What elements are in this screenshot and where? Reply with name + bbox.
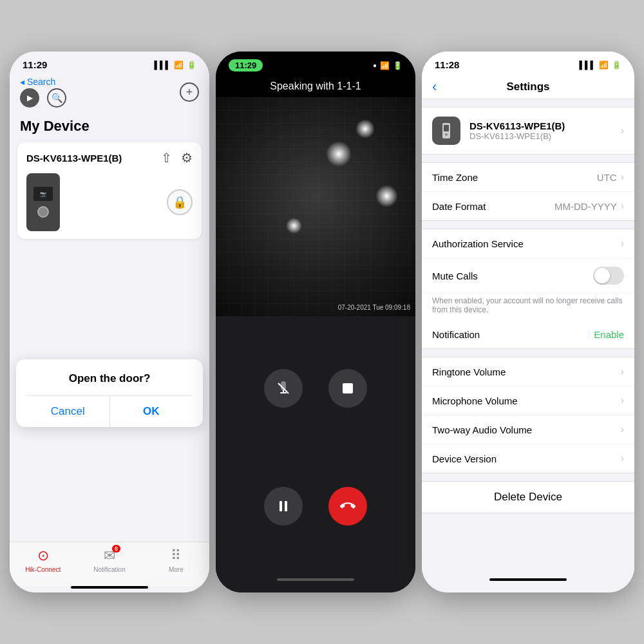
- nav-icons-left: ▶ 🔍: [20, 88, 66, 108]
- top-controls-row: [264, 369, 367, 408]
- settings-title: Settings: [506, 80, 549, 93]
- auth-service-label: Authorization Service: [432, 238, 524, 249]
- svg-rect-3: [279, 501, 282, 511]
- notification-label: Notification: [93, 566, 125, 573]
- mute-mic-button[interactable]: [264, 369, 303, 408]
- search-icon[interactable]: 🔍: [47, 88, 66, 108]
- device-info-model: DS-KV6113-WPE1(B): [469, 131, 621, 141]
- middle-signal-icon: ●: [373, 62, 377, 69]
- settings-section-1: Time Zone UTC › Date Format MM-DD-YYYY ›: [422, 162, 634, 221]
- notification-row[interactable]: Notification Enable: [422, 321, 634, 348]
- device-card-icons: ⇧ ⚙: [161, 150, 193, 166]
- notification-count: 8: [112, 545, 120, 553]
- device-icon: [432, 117, 460, 145]
- back-search[interactable]: ◂ Search: [20, 77, 66, 87]
- device-info-name: DS-KV6113-WPE1(B): [469, 120, 621, 131]
- back-button[interactable]: ‹: [432, 79, 437, 95]
- device-thumbnail[interactable]: 📷: [26, 173, 60, 231]
- device-card: DS-KV6113-WPE1(B) ⇧ ⚙ 📷 🔒: [17, 142, 202, 239]
- timestamp: 07-20-2021 Tue 09:09:18: [338, 304, 410, 311]
- middle-time: 11:29: [229, 59, 263, 71]
- two-way-audio-row[interactable]: Two-way Audio Volume ›: [422, 415, 634, 444]
- more-label: More: [169, 566, 184, 573]
- middle-wifi-icon: 📶: [380, 61, 390, 70]
- hold-icon: [276, 498, 291, 514]
- mute-calls-label: Mute Calls: [432, 270, 478, 281]
- end-call-button[interactable]: [328, 487, 367, 526]
- middle-home-indicator: [277, 578, 354, 581]
- lock-icon[interactable]: 🔒: [167, 189, 193, 215]
- device-info-card[interactable]: DS-KV6113-WPE1(B) DS-KV6113-WPE1(B) ›: [422, 107, 634, 155]
- device-version-chevron: ›: [621, 453, 624, 464]
- hold-button[interactable]: [264, 487, 303, 526]
- time-zone-chevron: ›: [621, 171, 624, 183]
- middle-status-bar: 11:29 ● 📶 🔋: [216, 52, 415, 75]
- fisheye-background: 07-20-2021 Tue 09:09:18: [216, 97, 415, 316]
- share-icon[interactable]: ⇧: [161, 150, 172, 166]
- mic-muted-icon: [276, 381, 291, 396]
- home-indicator: [71, 586, 148, 589]
- tab-bar: ⊙ Hik-Connect ✉ 8 Notification ⠿ More: [10, 542, 209, 586]
- ringtone-chevron: ›: [621, 366, 624, 377]
- settings-section-2: Authorization Service › Mute Calls When …: [422, 229, 634, 349]
- add-button[interactable]: +: [180, 82, 199, 102]
- middle-screen-content: Speaking with 1-1-1: [216, 75, 415, 592]
- right-status-icons: ▌▌▌ 📶 🔋: [579, 61, 621, 70]
- time-zone-row[interactable]: Time Zone UTC ›: [422, 163, 634, 192]
- auth-service-chevron: ›: [621, 238, 624, 249]
- cancel-button[interactable]: Cancel: [26, 396, 109, 427]
- left-time: 11:29: [23, 59, 47, 70]
- tab-hik-connect[interactable]: ⊙ Hik-Connect: [10, 547, 76, 573]
- ringtone-volume-label: Ringtone Volume: [432, 366, 506, 377]
- delete-section: Delete Device: [422, 481, 634, 513]
- dialog-buttons: Cancel OK: [26, 395, 193, 427]
- mute-calls-row[interactable]: Mute Calls: [422, 258, 634, 294]
- camera-view: 07-20-2021 Tue 09:09:18: [216, 97, 415, 316]
- delete-device-button[interactable]: Delete Device: [422, 482, 634, 513]
- svg-rect-0: [216, 97, 415, 316]
- microphone-volume-label: Microphone Volume: [432, 395, 518, 406]
- right-home-area: [422, 571, 634, 592]
- right-home-indicator: [489, 578, 567, 581]
- stop-button[interactable]: [328, 369, 367, 408]
- my-device-title: My Device: [10, 113, 209, 137]
- two-way-audio-label: Two-way Audio Volume: [432, 424, 532, 435]
- wifi-icon: 📶: [174, 61, 184, 70]
- date-format-row[interactable]: Date Format MM-DD-YYYY ›: [422, 192, 634, 220]
- middle-battery-icon: 🔋: [393, 61, 402, 70]
- middle-phone: 11:29 ● 📶 🔋 Speaking with 1-1-1: [216, 52, 415, 592]
- device-icon-svg: [437, 122, 455, 140]
- mute-calls-toggle[interactable]: [593, 267, 624, 285]
- end-call-icon: [340, 498, 355, 514]
- camera-lights: [216, 97, 415, 316]
- device-version-row[interactable]: Device Version ›: [422, 444, 634, 473]
- bottom-controls-row: [264, 487, 367, 526]
- middle-home-area: [216, 578, 415, 592]
- grid-overlay: [216, 97, 415, 316]
- auth-service-row[interactable]: Authorization Service ›: [422, 229, 634, 258]
- right-status-bar: 11:28 ▌▌▌ 📶 🔋: [422, 52, 634, 74]
- settings-nav: ‹ Settings: [422, 74, 634, 99]
- ringtone-volume-row[interactable]: Ringtone Volume ›: [422, 357, 634, 386]
- play-icon[interactable]: ▶: [20, 88, 39, 108]
- signal-icon: ▌▌▌: [154, 61, 171, 70]
- left-phone: 11:29 ▌▌▌ 📶 🔋 ◂ Search ▶ 🔍 + My Device: [10, 52, 209, 592]
- svg-rect-4: [285, 501, 287, 511]
- tab-notification[interactable]: ✉ 8 Notification: [76, 547, 142, 573]
- tab-more[interactable]: ⠿ More: [143, 547, 209, 573]
- mute-calls-desc: When enabled, your account will no longe…: [422, 294, 634, 321]
- device-version-label: Device Version: [432, 453, 497, 464]
- microphone-volume-row[interactable]: Microphone Volume ›: [422, 386, 634, 415]
- settings-icon[interactable]: ⚙: [181, 150, 193, 166]
- device-card-header: DS-KV6113-WPE1(B) ⇧ ⚙: [26, 150, 193, 166]
- svg-rect-2: [343, 383, 353, 393]
- middle-status-icons: ● 📶 🔋: [373, 61, 402, 70]
- open-door-dialog: Open the door? Cancel OK: [16, 359, 203, 427]
- device-button: [37, 206, 49, 218]
- left-status-icons: ▌▌▌ 📶 🔋: [154, 61, 196, 70]
- ok-button[interactable]: OK: [109, 396, 193, 427]
- notification-badge-container: ✉ 8: [104, 547, 115, 564]
- date-format-chevron: ›: [621, 200, 624, 212]
- auth-chevron-icon: ›: [621, 238, 624, 249]
- mic-volume-chevron: ›: [621, 395, 624, 406]
